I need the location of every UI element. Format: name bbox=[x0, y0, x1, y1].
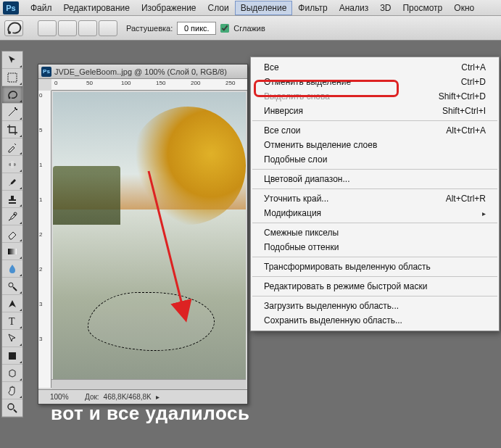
path-select-tool[interactable] bbox=[2, 330, 22, 347]
feather-input[interactable] bbox=[177, 22, 216, 35]
marquee-tool[interactable] bbox=[2, 69, 22, 86]
zoom-tool[interactable] bbox=[2, 399, 22, 417]
menu-item[interactable]: Трансформировать выделенную область bbox=[251, 260, 499, 274]
blur-tool[interactable] bbox=[2, 260, 22, 278]
ruler-tick: 3 bbox=[39, 336, 42, 342]
menu-item[interactable]: ИнверсияShift+Ctrl+I bbox=[251, 104, 499, 118]
menu-item[interactable]: Все слоиAlt+Ctrl+A bbox=[251, 123, 499, 138]
document-title: JVDE_GeleBoom..jpg @ 100% (Слой 0, RGB/8… bbox=[54, 67, 227, 76]
menu-item-label: Уточнить край... bbox=[264, 194, 328, 204]
eraser-tool[interactable] bbox=[2, 225, 22, 243]
antialias-checkbox[interactable] bbox=[220, 24, 229, 33]
ruler-tick: 2 bbox=[39, 266, 42, 273]
menu-filter[interactable]: Фильтр bbox=[292, 1, 333, 15]
ruler-tick: 1 bbox=[39, 196, 42, 203]
menu-view[interactable]: Просмотр bbox=[397, 1, 448, 15]
menu-shortcut: Ctrl+A bbox=[461, 62, 486, 72]
menu-item-label: Все слои bbox=[264, 125, 301, 136]
menu-item[interactable]: Редактировать в режиме быстрой маски bbox=[251, 279, 499, 294]
document-tab[interactable]: Ps JVDE_GeleBoom..jpg @ 100% (Слой 0, RG… bbox=[38, 65, 247, 79]
menu-shortcut: Shift+Ctrl+I bbox=[442, 106, 486, 116]
sel-new-button[interactable] bbox=[38, 20, 57, 36]
menu-image[interactable]: Изображение bbox=[136, 1, 202, 15]
eyedropper-tool[interactable] bbox=[2, 138, 22, 156]
select-menu: ВсеCtrl+AОтменить выделениеCtrl+DВыделит… bbox=[250, 57, 500, 331]
zoom-value[interactable]: 100% bbox=[50, 393, 85, 401]
menubar: Ps Файл Редактирование Изображение Слои … bbox=[0, 0, 501, 16]
sel-intersect-button[interactable] bbox=[99, 20, 117, 36]
menu-analysis[interactable]: Анализ bbox=[334, 1, 375, 15]
menu-item[interactable]: Сохранить выделенную область... bbox=[251, 313, 499, 328]
menu-item-label: Подобные слои bbox=[264, 154, 327, 165]
ruler-tick: 200 bbox=[191, 80, 200, 86]
crop-tool[interactable] bbox=[2, 121, 22, 138]
wand-tool[interactable] bbox=[2, 104, 22, 121]
menu-separator bbox=[252, 276, 497, 277]
menu-separator bbox=[252, 296, 497, 296]
gradient-tool[interactable] bbox=[2, 243, 22, 260]
history-brush-tool[interactable] bbox=[2, 208, 22, 225]
type-tool[interactable]: T bbox=[2, 312, 22, 330]
menu-separator bbox=[252, 257, 497, 257]
menu-file[interactable]: Файл bbox=[25, 1, 58, 15]
menu-item[interactable]: Цветовой диапазон... bbox=[251, 172, 499, 186]
pen-tool[interactable] bbox=[2, 295, 22, 312]
menu-window[interactable]: Окно bbox=[448, 1, 480, 15]
menu-select[interactable]: Выделение bbox=[235, 1, 293, 15]
svg-rect-6 bbox=[8, 249, 17, 254]
stamp-tool[interactable] bbox=[2, 191, 22, 208]
sel-add-button[interactable] bbox=[58, 20, 77, 36]
shape-tool[interactable] bbox=[2, 347, 22, 365]
move-tool[interactable] bbox=[2, 51, 22, 69]
ruler-tick: 150 bbox=[156, 80, 165, 86]
heal-tool[interactable] bbox=[2, 156, 22, 173]
submenu-arrow-icon bbox=[482, 208, 486, 218]
brush-tool[interactable] bbox=[2, 173, 22, 191]
scrollbar-horizontal[interactable] bbox=[51, 379, 246, 389]
ruler-tick: 0 bbox=[39, 92, 42, 99]
menu-item-label: Сохранить выделенную область... bbox=[264, 315, 402, 325]
menu-item[interactable]: Смежные пикселы bbox=[251, 225, 499, 240]
menu-item-label: Все bbox=[264, 62, 279, 72]
selection-marquee bbox=[88, 292, 215, 351]
menu-shortcut: Shift+Ctrl+D bbox=[439, 91, 486, 101]
menu-shortcut: Ctrl+D bbox=[461, 77, 486, 87]
menu-item[interactable]: Отменить выделениеCtrl+D bbox=[251, 75, 499, 89]
menu-item[interactable]: Загрузить выделенную область... bbox=[251, 299, 499, 313]
document-window: Ps JVDE_GeleBoom..jpg @ 100% (Слой 0, RG… bbox=[38, 64, 248, 405]
menu-item-label: Модификация bbox=[264, 208, 321, 218]
menu-separator bbox=[252, 120, 497, 121]
sel-sub-button[interactable] bbox=[78, 20, 97, 36]
tools-panel: T bbox=[1, 51, 23, 418]
menu-edit[interactable]: Редактирование bbox=[58, 1, 136, 15]
hand-tool[interactable] bbox=[2, 382, 22, 399]
menu-item[interactable]: Отменить выделение слоев bbox=[251, 138, 499, 152]
menu-item-label: Выделить снова bbox=[264, 91, 330, 101]
menu-item-label: Цветовой диапазон... bbox=[264, 174, 349, 184]
menu-separator bbox=[252, 223, 497, 223]
doc-label: Док: bbox=[85, 393, 99, 401]
antialias-label: Сглажив bbox=[233, 24, 265, 33]
lasso-tool[interactable] bbox=[2, 86, 22, 104]
dodge-tool[interactable] bbox=[2, 278, 22, 295]
canvas[interactable] bbox=[53, 92, 246, 386]
options-bar: Растушевка: Сглажив bbox=[0, 16, 501, 41]
menu-item[interactable]: ВсеCtrl+A bbox=[251, 60, 499, 75]
ruler-tick: 0 bbox=[54, 80, 57, 86]
menu-item[interactable]: Подобные слои bbox=[251, 152, 499, 167]
menu-item-label: Отменить выделение bbox=[264, 77, 351, 87]
svg-rect-4 bbox=[11, 161, 14, 168]
menu-item-label: Редактировать в режиме быстрой маски bbox=[264, 281, 427, 291]
menu-item[interactable]: Модификация bbox=[251, 206, 499, 220]
menu-shortcut: Alt+Ctrl+A bbox=[446, 125, 486, 136]
menu-separator bbox=[252, 188, 497, 189]
menu-layers[interactable]: Слои bbox=[202, 1, 235, 15]
menu-item-label: Отменить выделение слоев bbox=[264, 140, 377, 150]
menu-item[interactable]: Подобные оттенки bbox=[251, 240, 499, 254]
3d-tool[interactable] bbox=[2, 365, 22, 382]
feather-label: Растушевка: bbox=[126, 24, 173, 33]
menu-item[interactable]: Уточнить край...Alt+Ctrl+R bbox=[251, 191, 499, 206]
svg-rect-9 bbox=[9, 352, 16, 360]
menu-3d[interactable]: 3D bbox=[374, 1, 397, 15]
lasso-tool-icon[interactable] bbox=[4, 20, 23, 36]
